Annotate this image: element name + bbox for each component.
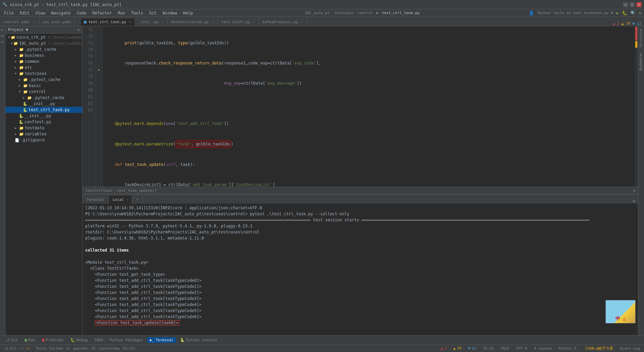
tree-item-test-ctrl-task[interactable]: 🐍 test_ctrl_task.py bbox=[5, 107, 82, 113]
menu-refactor[interactable]: Refactor bbox=[90, 10, 114, 16]
tree-item-control-pytest-cache[interactable]: ▶ 📁 .pytest_cache bbox=[5, 95, 82, 101]
tree-item-control[interactable]: ▼ 📁 control bbox=[5, 89, 82, 95]
tree-item-gitignore[interactable]: 📄 .gitignore bbox=[5, 137, 82, 143]
python-packages-tool-btn[interactable]: Python Packages bbox=[107, 337, 146, 343]
term-tab-add[interactable]: + bbox=[132, 195, 143, 204]
crlf-status[interactable]: CRLF bbox=[499, 346, 511, 351]
maximize-button[interactable]: □ bbox=[630, 2, 635, 7]
menu-tools[interactable]: Tools bbox=[128, 10, 146, 16]
menu-window[interactable]: Window bbox=[160, 10, 180, 16]
run-tool-btn[interactable]: Run bbox=[22, 337, 38, 343]
term-tab-terminal[interactable]: Terminal bbox=[83, 195, 109, 204]
tree-item-etc[interactable]: ▶ 📁 etc bbox=[5, 64, 82, 71]
structure-icon[interactable]: S bbox=[1, 41, 4, 43]
app-icon: 🔧 bbox=[3, 2, 7, 7]
terminal-settings-icon[interactable]: ⚙ bbox=[630, 199, 638, 204]
tree-item-pytest-cache[interactable]: ▶ 📁 .pytest_cache bbox=[5, 77, 82, 83]
run-button[interactable]: ▶ bbox=[615, 11, 620, 15]
right-sidebar: Structure Bookmarks bbox=[638, 26, 644, 335]
menu-view[interactable]: View bbox=[33, 10, 48, 16]
warning-status-btn[interactable]: ▲ 79 bbox=[452, 346, 463, 351]
project-settings-icon[interactable]: ⚙ bbox=[77, 28, 79, 32]
debug-tool-btn[interactable]: 🐛 Debug bbox=[68, 337, 90, 343]
settings-icon[interactable]: ⚙ bbox=[633, 188, 635, 193]
tree-item-init-py-testcases[interactable]: 🐍 __init__.py bbox=[5, 113, 82, 119]
code-line-78: taskDeviceList1 = ctrlData['add_task_par… bbox=[105, 181, 632, 187]
window-controls: — □ ✕ bbox=[623, 2, 641, 7]
menu-bar: File Edit View Navigate Code Refactor Ru… bbox=[0, 9, 644, 17]
close-button[interactable]: ✕ bbox=[637, 2, 641, 7]
tab-authentication[interactable]: Authentication.py ✕ bbox=[168, 18, 218, 26]
tree-item-ninca[interactable]: ▼ 📁 ninca_crk_pt C:\Users\ycwb0162\Pycha… bbox=[5, 34, 82, 40]
terminal-content[interactable]: [2022-01-13 19:14:39,141]13320(INFO)core… bbox=[83, 204, 638, 335]
python-console-tool-btn[interactable]: 🐍 Python Console bbox=[177, 337, 220, 343]
run-config-dropdown[interactable]: Python tests in test_backends.py ▼ bbox=[536, 11, 614, 15]
project-panel-header: Project ▼ ⚙ bbox=[5, 26, 82, 34]
term-tab-local[interactable]: Local ✕ bbox=[109, 195, 132, 204]
tab-close-icon[interactable]: ✕ bbox=[128, 20, 131, 24]
structure-label[interactable]: Structure bbox=[638, 26, 644, 50]
menu-git[interactable]: Git bbox=[147, 10, 159, 16]
tree-item-testcases[interactable]: ▼ 📁 testcases bbox=[5, 71, 82, 77]
tab-control-yaml[interactable]: control.yaml ✕ bbox=[0, 18, 39, 26]
tab-close-icon[interactable]: ✕ bbox=[300, 20, 304, 24]
csdn-link[interactable]: CSDN-@赋予力量 bbox=[584, 346, 615, 351]
git-tool-btn[interactable]: ⎇ Git bbox=[3, 337, 20, 343]
code-content[interactable]: print(golble_taskIds, type(golble_taskId… bbox=[103, 26, 635, 187]
menu-code[interactable]: Code bbox=[74, 10, 89, 16]
code-line-71: print(golble_taskIds, type(golble_taskId… bbox=[105, 40, 632, 46]
tree-item-pytest-cache-root[interactable]: ▶ 📁 .pytest_cache bbox=[5, 46, 82, 52]
position-status[interactable]: 76:52 bbox=[481, 346, 495, 351]
project-icon[interactable]: P bbox=[1, 29, 4, 31]
tab-close-icon[interactable]: ✕ bbox=[252, 20, 256, 24]
term-tab-close[interactable]: ✕ bbox=[126, 198, 128, 202]
tree-item-common[interactable]: ▶ 📁 common bbox=[5, 58, 82, 64]
menu-file[interactable]: File bbox=[1, 10, 16, 16]
search-button[interactable]: 🔍 bbox=[629, 11, 637, 15]
tab-init-py[interactable]: _init_.py ✕ bbox=[135, 18, 168, 26]
menu-edit[interactable]: Edit bbox=[17, 10, 32, 16]
tree-item-testdata[interactable]: ▶ 📁 testdata bbox=[5, 125, 82, 131]
tab-close-icon[interactable]: ✕ bbox=[211, 20, 214, 24]
info-status-btn[interactable]: ▼ 12 bbox=[467, 346, 477, 351]
tree-item-variables[interactable]: ▶ 📁 variables bbox=[5, 131, 82, 137]
tab-close-icon[interactable]: ✕ bbox=[73, 20, 77, 24]
terminal-line: <Class TestCtrlTask> bbox=[85, 265, 635, 271]
tree-item-business[interactable]: ▶ 📁 business bbox=[5, 52, 82, 58]
terminal-line bbox=[85, 253, 635, 259]
tab-close-icon[interactable]: ✕ bbox=[161, 20, 164, 24]
todo-tool-btn[interactable]: TODO bbox=[92, 337, 106, 343]
git-status-btn[interactable]: ⎇ Git: ✓✓ ↑↑ bbox=[3, 346, 32, 351]
tree-item-basic[interactable]: ▶ 📁 basic bbox=[5, 83, 82, 89]
breadcrumb-method: test_task_update() bbox=[117, 188, 157, 193]
tree-item-init-py-control[interactable]: 🐍 __init__.py bbox=[5, 101, 82, 107]
debug-button[interactable]: 🐛 bbox=[621, 11, 629, 15]
code-breadcrumb: TestCtrlTask › test_task_update() ⚙ bbox=[83, 187, 638, 194]
indent-status[interactable]: 4 spaces bbox=[533, 346, 553, 351]
tab-close-icon[interactable]: ✕ bbox=[32, 20, 35, 24]
python-version-status[interactable]: Python 3. bbox=[557, 346, 580, 351]
tab-kafka[interactable]: kafkaProducer.py ✕ bbox=[259, 18, 307, 26]
bookmarks-label[interactable]: Bookmarks bbox=[638, 50, 644, 73]
code-editor[interactable]: 71 72 73 74 75 76 77 78 79 80 81 82 83 bbox=[83, 26, 638, 187]
tree-item-conftest[interactable]: 🐍 conftest.py bbox=[5, 119, 82, 125]
menu-run[interactable]: Run bbox=[115, 10, 128, 16]
breadcrumb-class: TestCtrlTask bbox=[85, 188, 112, 193]
menu-help[interactable]: Help bbox=[180, 10, 196, 16]
event-log-btn[interactable]: Event Log bbox=[619, 346, 641, 351]
terminal-line: [2022-01-13 19:14:39,141]13320(INFO)core… bbox=[85, 205, 635, 211]
tab-test-ctrl-task[interactable]: test_ctrl_task.py ✕ bbox=[80, 18, 136, 26]
warning-icon: ▲ bbox=[453, 346, 456, 351]
minimize-button[interactable]: — bbox=[623, 2, 628, 7]
tab-sys-init-yaml[interactable]: sys_init.yaml ✕ bbox=[39, 18, 80, 26]
profile-icon[interactable]: 👤 bbox=[528, 11, 535, 15]
tree-item-iac[interactable]: ▼ 📁 IAC_auto_pt C:\Users\ycwb0162\Pychar… bbox=[5, 40, 82, 46]
bookmark-icon[interactable]: B bbox=[1, 35, 4, 37]
settings-button[interactable]: ⚙ bbox=[638, 11, 643, 15]
problems-tool-btn[interactable]: Problems bbox=[39, 337, 66, 343]
menu-navigate[interactable]: Navigate bbox=[49, 10, 73, 16]
error-status-btn[interactable]: ▲ 2 bbox=[439, 346, 448, 351]
terminal-tool-btn[interactable]: ▶_ Terminal bbox=[147, 337, 176, 343]
tab-test-staff[interactable]: test_Staff.py ✕ bbox=[218, 18, 259, 26]
charset-status[interactable]: UTF-8 bbox=[515, 346, 529, 351]
